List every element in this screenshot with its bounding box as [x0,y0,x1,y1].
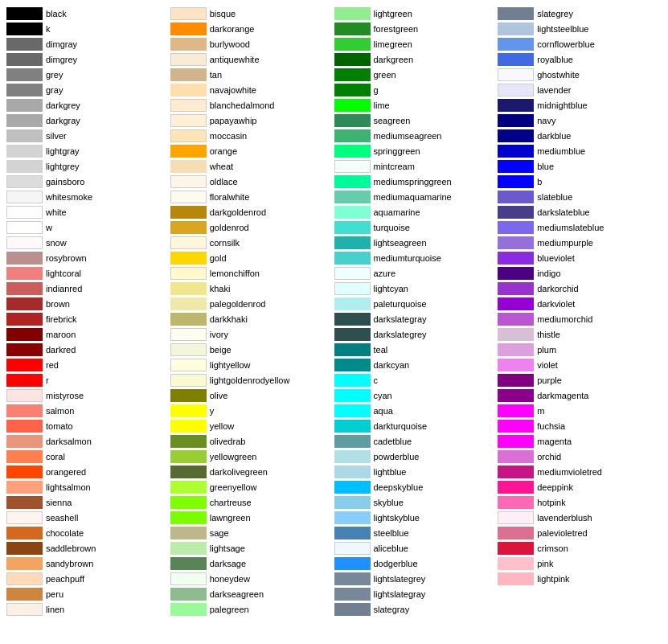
color-item: khaki [170,281,334,296]
color-item: lightgreen [334,6,498,21]
color-item: grey [6,68,170,82]
color-swatch [498,374,534,387]
color-item: turquoise [334,220,498,235]
color-item: yellowgreen [170,449,334,464]
color-item: mediumturquoise [334,251,498,265]
color-item: tomato [6,419,170,433]
color-item: lightsage [170,541,334,556]
color-swatch [6,359,43,371]
color-item: sage [170,526,334,540]
color-swatch [170,221,207,234]
color-label: darkslategrey [374,330,427,339]
color-swatch [170,496,207,509]
color-swatch [334,313,371,326]
color-item: lightcoral [6,266,170,281]
color-label: lightgreen [374,9,412,18]
color-item: lightpink [498,572,662,586]
color-item: firebrick [6,312,170,326]
color-swatch [6,588,43,601]
color-swatch [170,282,207,295]
color-item: slategray [334,602,498,617]
color-item: peachpuff [6,572,170,586]
color-label: floralwhite [210,192,250,202]
color-swatch [498,496,534,509]
color-swatch [170,389,207,402]
color-item: fuchsia [498,419,662,433]
color-item: darkgray [6,113,170,128]
color-label: goldenrod [210,223,249,232]
color-item: r [6,373,170,388]
color-item: chocolate [6,526,170,540]
color-item: dimgray [6,37,170,51]
color-label: khaki [210,284,231,293]
color-swatch [6,328,43,341]
color-swatch [6,252,43,265]
color-swatch [498,267,534,280]
color-swatch [498,527,534,539]
color-item: mediumorchid [498,312,662,326]
color-item: seashell [6,511,170,525]
color-item: brown [6,297,170,311]
color-swatch [170,84,207,96]
color-label: indianred [46,284,82,293]
color-label: papayawhip [210,116,257,125]
color-swatch [334,145,371,158]
color-label: lightpink [537,574,569,584]
color-swatch [170,572,207,585]
color-label: lavenderblush [537,513,592,523]
color-label: deepskyblue [374,482,424,492]
color-label: oldlace [210,177,238,187]
color-swatch [498,557,534,570]
color-swatch [498,114,534,127]
color-item: forestgreen [334,22,498,36]
color-label: lightgoldenrodyellow [210,375,290,385]
color-label: brown [46,299,70,309]
color-label: navajowhite [210,85,256,95]
color-swatch [334,160,371,173]
color-item: salmon [6,404,170,418]
color-item: gainsboro [6,174,170,189]
color-label: b [537,177,542,187]
color-swatch [334,114,371,127]
color-swatch [6,175,43,188]
color-item: darkkhaki [170,312,334,326]
color-item: lime [334,98,498,113]
color-item: royalblue [498,52,662,67]
color-label: maroon [46,330,76,339]
color-swatch [498,206,534,219]
color-label: black [46,9,67,18]
color-label: ghostwhite [537,70,580,80]
color-label: cornsilk [210,238,240,248]
color-item: bisque [170,6,334,21]
color-item: slategrey [498,6,662,21]
color-swatch [334,374,371,387]
color-label: powderblue [374,452,420,461]
color-item: navajowhite [170,83,334,97]
color-label: lightsteelblue [537,24,588,34]
color-swatch [334,603,371,616]
color-label: turquoise [374,223,410,232]
color-swatch [6,511,43,524]
color-item: lightcyan [334,281,498,296]
color-item: lightslategray [334,587,498,601]
color-item: coral [6,449,170,464]
color-item: darkolivegreen [170,465,334,479]
color-item: lightslategrey [334,572,498,586]
color-label: orange [210,146,237,156]
color-column-2: lightgreenforestgreenlimegreendarkgreeng… [334,6,498,617]
color-item: darkorchid [498,281,662,296]
color-item: silver [6,129,170,143]
color-label: darkcyan [374,360,410,370]
color-swatch [170,374,207,387]
color-swatch [6,481,43,494]
color-item: seagreen [334,113,498,128]
color-item: green [334,68,498,82]
color-grid: blackkdimgraydimgreygreygraydarkgreydark… [6,6,662,617]
color-swatch [170,527,207,539]
color-label: dimgrey [46,55,77,64]
color-swatch [170,267,207,280]
color-label: tomato [46,421,73,431]
color-swatch [498,84,534,96]
color-item: cadetblue [334,434,498,449]
color-swatch [334,297,371,310]
